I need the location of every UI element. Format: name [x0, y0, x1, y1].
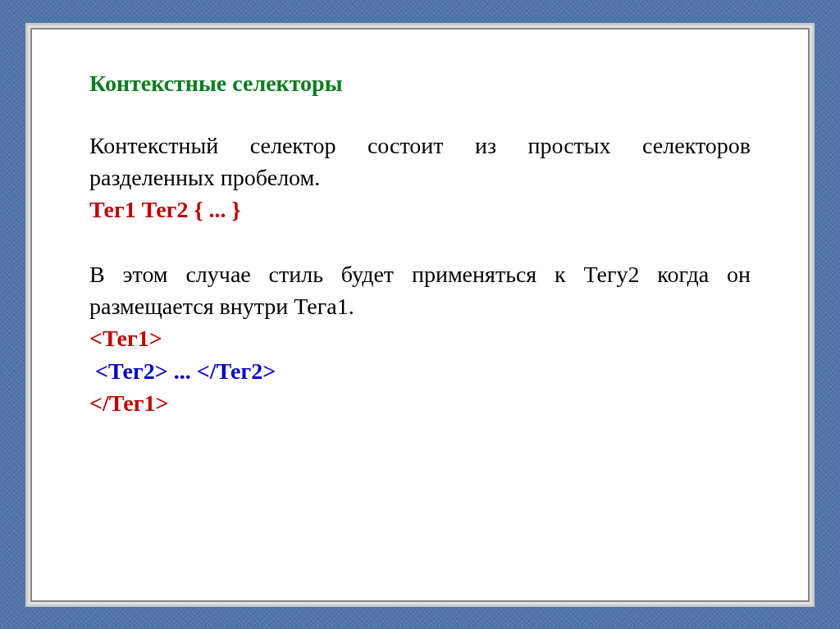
tag2-close: </Тег2> — [197, 358, 276, 384]
slide-container: Контекстные селекторы Контекстный селект… — [30, 28, 810, 602]
paragraph-explanation: В этом случае стиль будет применяться к … — [89, 258, 751, 322]
paragraph-intro: Контекстный селектор состоит из простых … — [89, 130, 751, 194]
slide-title: Контекстные селекторы — [89, 71, 751, 97]
ellipsis: ... — [168, 358, 197, 384]
spacer — [89, 226, 751, 258]
tag1-close: </Тег1> — [89, 390, 168, 416]
tag1-open: <Тег1> — [89, 326, 162, 351]
syntax-line: Тег1 Тег2 { ... } — [89, 194, 751, 226]
tag2-line: <Тег2> ... </Тег2> — [89, 355, 751, 387]
tag1-open-line: <Тег1> — [89, 322, 751, 354]
code-example: <Тег1> <Тег2> ... </Тег2> </Тег1> — [89, 322, 751, 419]
tag1-close-line: </Тег1> — [89, 387, 751, 419]
tag2-open: <Тег2> — [95, 358, 168, 384]
